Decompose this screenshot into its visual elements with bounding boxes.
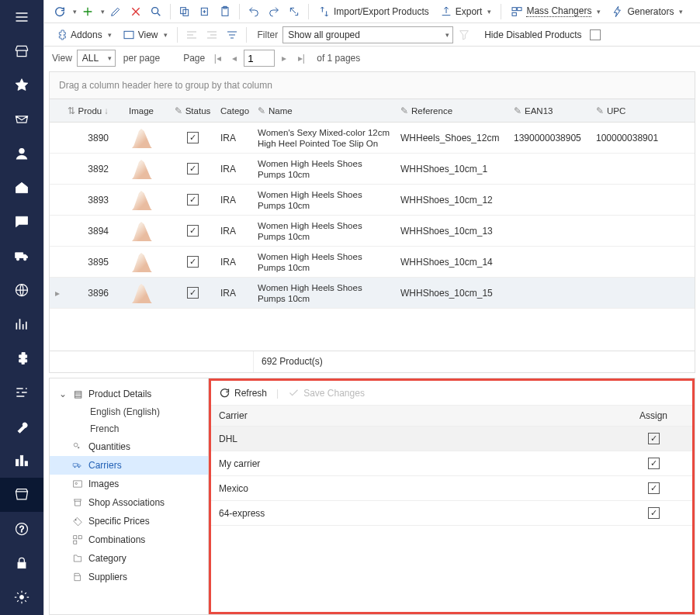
rail-menu-icon[interactable] xyxy=(0,0,43,34)
rail-chat-icon[interactable] xyxy=(0,205,43,239)
status-checkbox[interactable]: ✓ xyxy=(187,194,199,206)
page-first-icon[interactable]: |◂ xyxy=(210,53,225,64)
tree-lang-en[interactable]: English (English) xyxy=(50,403,208,420)
undo-icon[interactable] xyxy=(244,2,263,21)
filter-label: Filter xyxy=(258,29,279,40)
detail-col-carrier[interactable]: Carrier xyxy=(219,410,622,421)
tree-images[interactable]: Images xyxy=(50,475,208,493)
status-checkbox[interactable]: ✓ xyxy=(187,287,199,299)
table-row[interactable]: 3895✓IRAWomen High Heels Shoes Pumps 10c… xyxy=(50,247,695,278)
rail-stats-icon[interactable] xyxy=(0,444,43,478)
tree-category[interactable]: Category xyxy=(50,549,208,568)
rail-wrench-icon[interactable] xyxy=(0,409,43,444)
svg-rect-27 xyxy=(74,536,77,539)
detail-col-assign[interactable]: Assign xyxy=(622,410,684,421)
per-page-select[interactable]: ALL xyxy=(77,50,116,67)
reload-icon[interactable] xyxy=(50,2,69,21)
rail-home-icon[interactable] xyxy=(0,171,43,205)
add-dropdown[interactable]: ▾ xyxy=(101,8,105,16)
addons-button[interactable]: Addons▾ xyxy=(50,26,116,44)
carrier-assign-checkbox[interactable]: ✓ xyxy=(648,482,660,494)
col-reference[interactable]: ✎Reference xyxy=(396,102,509,119)
rail-lock-icon[interactable] xyxy=(0,546,43,580)
tree-combinations[interactable]: Combinations xyxy=(50,530,208,549)
page-input[interactable] xyxy=(244,50,275,67)
tree-carriers[interactable]: Carriers xyxy=(50,456,208,475)
import-export-button[interactable]: Import/Export Products xyxy=(314,2,434,21)
rail-sliders-icon[interactable] xyxy=(0,375,43,409)
export-button[interactable]: Export▾ xyxy=(435,2,497,21)
refresh-button[interactable]: Refresh xyxy=(219,387,267,399)
paste-icon[interactable] xyxy=(216,2,234,21)
rail-truck-icon[interactable] xyxy=(0,239,43,273)
hide-disabled-label: Hide Disabled Products xyxy=(484,29,581,40)
rail-settings-icon[interactable] xyxy=(0,580,43,614)
col-ean[interactable]: ✎EAN13 xyxy=(509,102,591,119)
table-row[interactable]: ▸3896✓IRAWomen High Heels Shoes Pumps 10… xyxy=(50,278,695,309)
filter-clear-icon xyxy=(455,26,473,44)
rail-store-icon[interactable] xyxy=(0,34,43,68)
tree-root[interactable]: ⌄▤Product Details xyxy=(50,385,208,403)
carrier-row[interactable]: DHL✓ xyxy=(211,427,692,451)
rail-box-icon[interactable] xyxy=(0,478,43,512)
table-row[interactable]: 3893✓IRAWomen High Heels Shoes Pumps 10c… xyxy=(50,185,695,216)
search-icon[interactable] xyxy=(147,2,165,21)
col-name[interactable]: ✎Name xyxy=(253,102,396,119)
tree-lang-fr[interactable]: French xyxy=(50,420,208,437)
carriers-detail-panel: Refresh | Save Changes Carrier Assign DH… xyxy=(209,378,695,614)
collapse-icon[interactable] xyxy=(223,26,241,44)
rail-globe-icon[interactable] xyxy=(0,273,43,307)
copy-plus-icon[interactable] xyxy=(196,2,214,21)
status-checkbox[interactable]: ✓ xyxy=(187,256,199,268)
col-upc[interactable]: ✎UPC xyxy=(591,102,695,119)
carrier-row[interactable]: Mexico✓ xyxy=(211,476,692,501)
toolbar-secondary: Addons▾ View▾ Filter Show all grouped Hi… xyxy=(44,23,700,47)
carrier-assign-checkbox[interactable]: ✓ xyxy=(648,458,660,469)
mass-changers-button[interactable]: Mass Changers▾ xyxy=(506,2,605,21)
carrier-row[interactable]: My carrier✓ xyxy=(211,451,692,476)
open-external-icon[interactable] xyxy=(285,2,303,21)
rail-help-icon[interactable]: ? xyxy=(0,512,43,546)
tree-shop-assoc[interactable]: Shop Associations xyxy=(50,493,208,512)
status-checkbox[interactable]: ✓ xyxy=(187,163,199,174)
table-row[interactable]: 3892✓IRAWomen High Heels Shoes Pumps 10c… xyxy=(50,154,695,185)
rail-inbox-icon[interactable] xyxy=(0,102,43,136)
tree-suppliers[interactable]: Suppliers xyxy=(50,568,208,586)
carrier-row[interactable]: 64-express✓ xyxy=(211,501,692,526)
carrier-assign-checkbox[interactable]: ✓ xyxy=(648,507,660,519)
delete-icon[interactable] xyxy=(126,2,145,21)
rail-chart-icon[interactable] xyxy=(0,307,43,341)
footer-summary: 692 Product(s) xyxy=(253,351,331,373)
copy-icon[interactable] xyxy=(175,2,194,21)
generators-button[interactable]: Generators▾ xyxy=(607,2,688,21)
table-row[interactable]: 3894✓IRAWomen High Heels Shoes Pumps 10c… xyxy=(50,216,695,247)
page-next-icon[interactable]: ▸ xyxy=(276,53,292,64)
add-icon[interactable] xyxy=(78,2,97,21)
svg-text:?: ? xyxy=(19,524,24,534)
edit-icon[interactable] xyxy=(106,2,125,21)
reload-dropdown[interactable]: ▾ xyxy=(73,8,77,16)
page-prev-icon[interactable]: ◂ xyxy=(227,53,242,64)
carrier-assign-checkbox[interactable]: ✓ xyxy=(648,433,660,444)
tree-quantities[interactable]: Quantities xyxy=(50,437,208,456)
status-checkbox[interactable]: ✓ xyxy=(187,225,199,237)
redo-icon[interactable] xyxy=(265,2,283,21)
svg-rect-6 xyxy=(25,461,27,466)
status-checkbox[interactable]: ✓ xyxy=(187,132,199,143)
col-category[interactable]: Catego xyxy=(216,103,253,119)
tree-specific-prices[interactable]: Specific Prices xyxy=(50,512,208,530)
rail-star-icon[interactable] xyxy=(0,68,43,102)
table-row[interactable]: 3890✓IRAWomen's Sexy Mixed-color 12cm Hi… xyxy=(50,123,695,154)
col-status[interactable]: ✎Status xyxy=(169,102,216,119)
page-last-icon[interactable]: ▸| xyxy=(293,53,309,64)
view-button[interactable]: View▾ xyxy=(118,26,172,44)
filter-select[interactable]: Show all grouped xyxy=(282,26,453,43)
col-product[interactable]: ⇅Produ↓ xyxy=(65,102,113,119)
rail-user-icon[interactable] xyxy=(0,136,43,171)
hide-disabled-checkbox[interactable] xyxy=(590,29,601,40)
col-image[interactable]: Image xyxy=(113,103,169,119)
svg-rect-19 xyxy=(512,12,516,16)
rail-plugin-icon[interactable] xyxy=(0,341,43,375)
product-thumb xyxy=(130,282,153,305)
group-drop-area[interactable]: Drag a column header here to group by th… xyxy=(49,71,695,99)
